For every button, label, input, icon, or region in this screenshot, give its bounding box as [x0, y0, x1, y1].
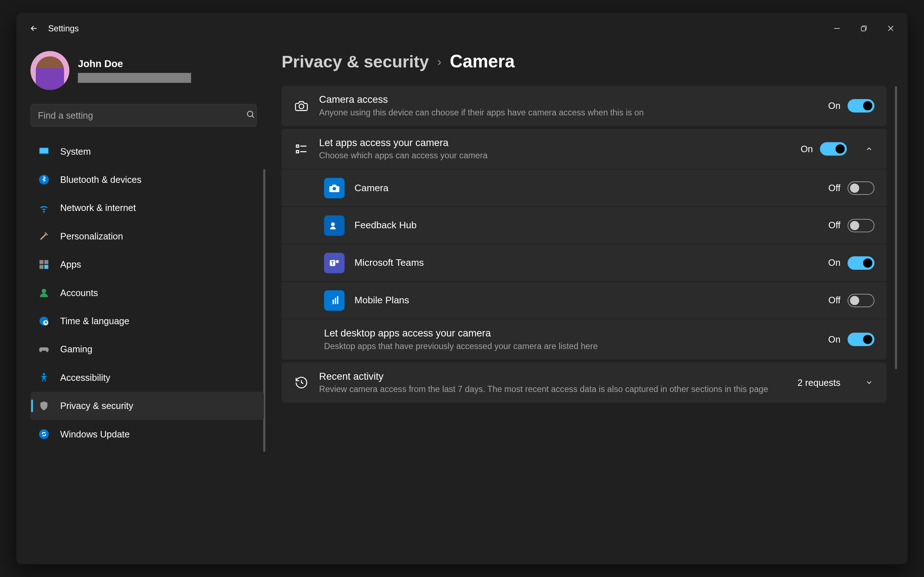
sidebar-item-label: Network & internet [60, 202, 136, 213]
setting-text: Let apps access your camera Choose which… [319, 137, 791, 161]
setting-let-apps[interactable]: Let apps access your camera Choose which… [281, 129, 887, 169]
svg-point-17 [43, 373, 45, 375]
shield-icon [37, 400, 50, 412]
paintbrush-icon [37, 230, 50, 242]
profile-email-redacted [78, 73, 191, 82]
camera-app-icon [324, 178, 345, 198]
body: John Doe System Bluetooth & devic [16, 40, 908, 564]
clock-globe-icon [37, 315, 50, 327]
breadcrumb-parent[interactable]: Privacy & security [281, 52, 429, 71]
person-icon [37, 286, 50, 299]
update-icon [37, 428, 50, 440]
toggle-group: Off [828, 181, 874, 195]
svg-rect-11 [44, 260, 48, 264]
camera-access-toggle[interactable] [848, 99, 874, 113]
sidebar-item-accessibility[interactable]: Accessibility [30, 364, 264, 392]
close-button[interactable] [881, 21, 901, 35]
toggle-label: Off [828, 182, 841, 193]
toggle-label: On [828, 334, 841, 345]
toggle-group: Off [828, 293, 874, 307]
chevron-up-icon[interactable] [864, 143, 874, 154]
setting-camera-access[interactable]: Camera access Anyone using this device c… [281, 85, 887, 126]
search-icon[interactable] [246, 110, 255, 121]
toggle-group: Off [828, 219, 874, 232]
nav-list: System Bluetooth & devices Network & int… [30, 137, 264, 448]
search-input[interactable] [30, 104, 257, 127]
app-row-teams: T Microsoft Teams On [281, 244, 887, 282]
app-teams-toggle[interactable] [848, 256, 874, 269]
bluetooth-icon [37, 174, 50, 186]
sidebar-item-personalization[interactable]: Personalization [30, 222, 264, 250]
sidebar-item-label: Privacy & security [60, 400, 133, 411]
sidebar-item-gaming[interactable]: Gaming [30, 335, 264, 363]
sidebar-item-time[interactable]: Time & language [30, 307, 264, 335]
sidebar-item-label: Gaming [60, 344, 92, 355]
sidebar-item-apps[interactable]: Apps [30, 250, 264, 279]
svg-point-24 [333, 187, 336, 190]
setting-title: Camera access [319, 94, 818, 105]
breadcrumb-current: Camera [450, 51, 515, 71]
toggle-group: On [828, 256, 874, 269]
setting-title: Let apps access your camera [319, 137, 791, 148]
app-name: Microsoft Teams [354, 258, 818, 268]
sidebar-item-accounts[interactable]: Accounts [30, 279, 264, 307]
request-count: 2 requests [798, 377, 841, 388]
svg-point-28 [336, 260, 339, 263]
sidebar-item-network[interactable]: Network & internet [30, 193, 264, 222]
let-apps-toggle[interactable] [820, 142, 847, 155]
toggle-label: On [828, 100, 841, 111]
sidebar: John Doe System Bluetooth & devic [16, 40, 271, 564]
back-button[interactable] [27, 21, 41, 35]
camera-icon [294, 98, 309, 114]
apps-icon [37, 258, 50, 271]
svg-point-25 [331, 222, 334, 226]
svg-point-18 [39, 429, 49, 439]
app-name: Camera [354, 182, 819, 193]
setting-text: Recent activity Review camera access fro… [319, 371, 788, 394]
avatar [30, 51, 69, 90]
app-mobile-plans-toggle[interactable] [848, 293, 874, 307]
minimize-button[interactable] [827, 21, 847, 35]
chevron-down-icon[interactable] [864, 377, 874, 388]
main-content: Privacy & security › Camera Camera acces… [271, 40, 908, 564]
sidebar-item-update[interactable]: Windows Update [30, 420, 264, 448]
sidebar-item-label: System [60, 146, 91, 157]
app-name: Feedback Hub [354, 220, 819, 231]
profile-info: John Doe [78, 58, 191, 83]
monitor-icon [37, 145, 50, 158]
gamepad-icon [37, 343, 50, 356]
toggle-group: On [828, 99, 874, 113]
svg-rect-29 [333, 299, 334, 304]
main-scrollbar[interactable] [895, 86, 897, 369]
sidebar-item-bluetooth[interactable]: Bluetooth & devices [30, 166, 264, 193]
svg-point-14 [42, 289, 46, 293]
sidebar-item-privacy[interactable]: Privacy & security [30, 392, 264, 420]
setting-title: Recent activity [319, 371, 788, 382]
accessibility-icon [37, 371, 50, 384]
sidebar-item-system[interactable]: System [30, 137, 264, 166]
toggle-label: Off [828, 220, 841, 231]
toggle-label: On [801, 143, 813, 154]
chevron-right-icon: › [438, 55, 441, 68]
maximize-button[interactable] [854, 21, 874, 35]
setting-desktop-apps[interactable]: Let desktop apps access your camera Desk… [281, 319, 887, 359]
app-feedback-toggle[interactable] [848, 219, 874, 232]
svg-rect-8 [40, 148, 48, 153]
svg-rect-10 [39, 260, 43, 264]
setting-sub: Anyone using this device can choose if t… [319, 108, 818, 117]
svg-rect-12 [39, 265, 43, 269]
svg-text:T: T [331, 259, 334, 266]
settings-window: Settings John Doe [16, 13, 908, 564]
desktop-apps-toggle[interactable] [848, 333, 874, 346]
sidebar-item-label: Accounts [60, 287, 98, 298]
search-box [30, 104, 264, 127]
setting-recent-activity[interactable]: Recent activity Review camera access fro… [281, 363, 887, 403]
app-camera-toggle[interactable] [848, 181, 874, 195]
setting-text: Camera access Anyone using this device c… [319, 94, 818, 118]
profile-block[interactable]: John Doe [30, 51, 264, 90]
svg-rect-21 [296, 151, 299, 153]
sidebar-item-label: Bluetooth & devices [60, 174, 142, 185]
app-row-mobile-plans: Mobile Plans Off [281, 281, 887, 319]
wifi-icon [37, 201, 50, 214]
svg-rect-30 [334, 298, 336, 304]
